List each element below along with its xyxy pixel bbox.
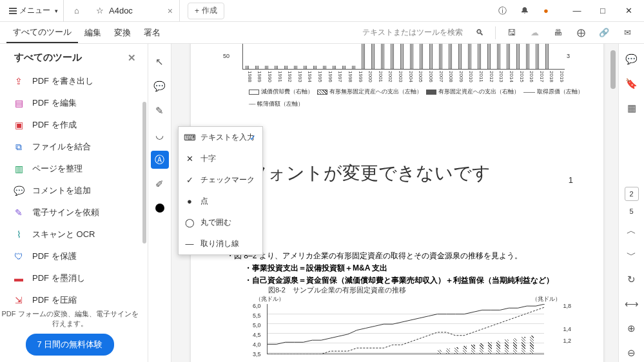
thumbnails-panel-icon[interactable]: ▦ xyxy=(623,99,641,117)
combine-icon: ⧉ xyxy=(13,141,24,153)
draw-tool[interactable]: ✎ xyxy=(151,102,169,120)
create-pdf-icon: ▣ xyxy=(13,119,24,131)
tab-all-tools[interactable]: すべてのツール xyxy=(6,23,78,43)
sign-tool[interactable]: ✐ xyxy=(151,175,169,193)
zoom-out-icon[interactable]: ⊖ xyxy=(623,344,641,362)
avatar-icon[interactable]: ● xyxy=(536,1,556,21)
link-icon[interactable]: 🔗 xyxy=(594,23,614,43)
edit-tool-strip: ↖ 💬 ✎ ◡ Ⓐ ✐ xyxy=(148,44,171,362)
close-tab-icon[interactable]: × xyxy=(168,6,173,16)
sidebar-close-icon[interactable]: ✕ xyxy=(128,52,136,64)
trial-button[interactable]: 7 日間の無料体験 xyxy=(26,334,115,356)
popup-item-icon: ◯ xyxy=(185,218,194,227)
page-down-icon[interactable]: ﹀ xyxy=(623,246,641,264)
popup-item[interactable]: ●点 xyxy=(179,191,262,212)
sidebar-item-edit[interactable]: ▤PDF を編集 xyxy=(10,92,148,114)
fit-width-icon[interactable]: ⟷ xyxy=(623,295,641,313)
close-window-button[interactable]: ✕ xyxy=(616,1,641,21)
sidebar-item-combine[interactable]: ⧉ファイルを結合 xyxy=(10,136,148,158)
popup-item-label: テキストを入力 xyxy=(200,132,255,143)
tab-edit[interactable]: 編集 xyxy=(78,23,108,43)
tab-convert[interactable]: 変換 xyxy=(108,23,137,43)
sidebar-footer-text: PDF フォームの変換、編集、電子サインを行えます。 xyxy=(0,309,140,329)
popup-item[interactable]: ✓チェックマーク xyxy=(179,169,262,191)
sidebar-item-protect[interactable]: 🛡PDF を保護 xyxy=(10,245,148,267)
page-number: 1 xyxy=(569,175,573,185)
esign-icon: ✎ xyxy=(13,207,24,218)
axis-left: 6,05,55,04,54,03,5 xyxy=(253,303,261,361)
shape-tool[interactable]: ◡ xyxy=(151,126,169,144)
print-icon[interactable]: 🖶 xyxy=(547,23,568,43)
chat-panel-icon[interactable]: 💬 xyxy=(623,50,641,68)
document-tab[interactable]: ☆ A4doc × xyxy=(90,0,180,22)
sidebar-item-export[interactable]: ⇪PDF を書き出し xyxy=(10,70,148,92)
minimize-button[interactable]: — xyxy=(564,1,590,21)
sidebar-scrollbar[interactable] xyxy=(142,102,146,243)
sidebar-title: すべてのツール xyxy=(14,52,82,64)
right-panel: 💬 🔖 ▦ 2 5 ︿ ﹀ ↻ ⟷ ⊕ ⊖ xyxy=(618,44,644,362)
popup-item-icon: ⌨ xyxy=(185,133,194,142)
user-text-annotation[interactable]: フォントが変更できないです xyxy=(249,161,491,186)
popup-item-icon: — xyxy=(185,239,194,249)
zoom-in-icon[interactable]: ⊕ xyxy=(623,319,641,338)
color-swatch[interactable] xyxy=(155,204,164,213)
home-button[interactable]: ⌂ xyxy=(66,1,87,21)
popup-item[interactable]: ✕十字 xyxy=(179,148,262,169)
search-icon[interactable]: 🔍︎ xyxy=(469,23,490,43)
rotate-icon[interactable]: ↻ xyxy=(623,271,641,289)
mail-icon[interactable]: ✉ xyxy=(617,23,638,43)
organize-icon: ▥ xyxy=(13,163,24,175)
redact-icon: ▬ xyxy=(13,272,24,284)
sidebar-item-comment[interactable]: 💬コメントを追加 xyxy=(10,180,148,202)
document-scrollbar[interactable] xyxy=(610,44,617,362)
sidebar-item-organize[interactable]: ▥ページを整理 xyxy=(10,158,148,180)
page-total: 5 xyxy=(629,207,633,215)
chart-top-ylabel: 50 xyxy=(223,53,229,59)
popup-item-icon: ✕ xyxy=(185,154,194,164)
popup-item-label: 十字 xyxy=(200,153,216,164)
text-fill-tool[interactable]: Ⓐ xyxy=(151,151,169,169)
comment-tool[interactable]: 💬 xyxy=(151,77,169,95)
popup-item[interactable]: —取り消し線 xyxy=(179,233,262,254)
popup-item[interactable]: ⌨テキストを入力 xyxy=(179,127,262,148)
ocr-icon: ⌇ xyxy=(13,229,24,240)
sidebar-item-ocr[interactable]: ⌇スキャンと OCR xyxy=(10,224,148,245)
share-icon[interactable]: ⨁ xyxy=(571,23,591,43)
sidebar-item-compress[interactable]: ⇲PDF を圧縮 xyxy=(10,289,148,311)
bookmark-panel-icon[interactable]: 🔖 xyxy=(623,75,641,93)
figure-title: 図8-2 サンプル企業の有形固定資産の推移 xyxy=(268,285,406,295)
unit-right: （兆ドル） xyxy=(532,295,561,303)
main-toolbar: すべてのツール 編集 変換 署名 テキストまたはツールを検索 🔍︎ 🖫 ☁ 🖶 … xyxy=(0,22,644,44)
chart-top-legend: 減価償却費（右軸） 有形無形固定資産への支出（左軸） 有形固定資産への支出（右軸… xyxy=(249,88,584,108)
sidebar-item-create[interactable]: ▣PDF を作成 xyxy=(10,114,148,136)
save-icon[interactable]: 🖫 xyxy=(501,23,522,43)
sidebar-item-redact[interactable]: ▬PDF を墨消し xyxy=(10,267,148,289)
menu-button[interactable]: メニュー▾ xyxy=(4,0,64,22)
chart-top-bars xyxy=(242,44,565,70)
popup-item[interactable]: ◯丸で囲む xyxy=(179,212,262,233)
popup-item-label: チェックマーク xyxy=(200,175,255,186)
sidebar-item-esign[interactable]: ✎電子サインを依頼 xyxy=(10,202,148,224)
maximize-button[interactable]: □ xyxy=(590,1,616,21)
axis-right: 1,81,41,2 xyxy=(563,303,571,361)
plus-icon: + xyxy=(195,6,199,15)
help-icon[interactable]: ⓘ xyxy=(492,1,512,21)
page-up-icon[interactable]: ︿ xyxy=(623,222,641,240)
chart-top: 50 3 19881989199019911992199319941995199… xyxy=(223,44,571,95)
page-input[interactable]: 2 xyxy=(625,187,639,201)
new-tab-button[interactable]: +作成 xyxy=(188,3,224,19)
titlebar: メニュー▾ ⌂ ☆ A4doc × +作成 ⓘ 🔔︎ ● — □ ✕ xyxy=(0,0,644,22)
cursor-tool[interactable]: ↖ xyxy=(151,53,169,71)
compress-icon: ⇲ xyxy=(13,294,24,306)
chart-bottom: （兆ドル） （兆ドル） 6,05,55,04,54,03,5 1,81,41,2 xyxy=(236,296,571,361)
tab-sign[interactable]: 署名 xyxy=(137,23,167,43)
cloud-icon[interactable]: ☁ xyxy=(524,23,545,43)
popup-item-icon: ✓ xyxy=(185,175,194,185)
popup-item-label: 取り消し線 xyxy=(200,238,239,249)
comment-icon: 💬 xyxy=(13,185,24,196)
export-icon: ⇪ xyxy=(13,75,24,87)
bell-icon[interactable]: 🔔︎ xyxy=(514,1,534,21)
document-body-text: ・図 8–2 より、アメリカ企業の有形固定資産の取得とその資金源泉の推移を見よう… xyxy=(226,250,587,287)
chart-bottom-plot xyxy=(267,304,544,354)
tab-title: A4doc xyxy=(109,6,133,15)
